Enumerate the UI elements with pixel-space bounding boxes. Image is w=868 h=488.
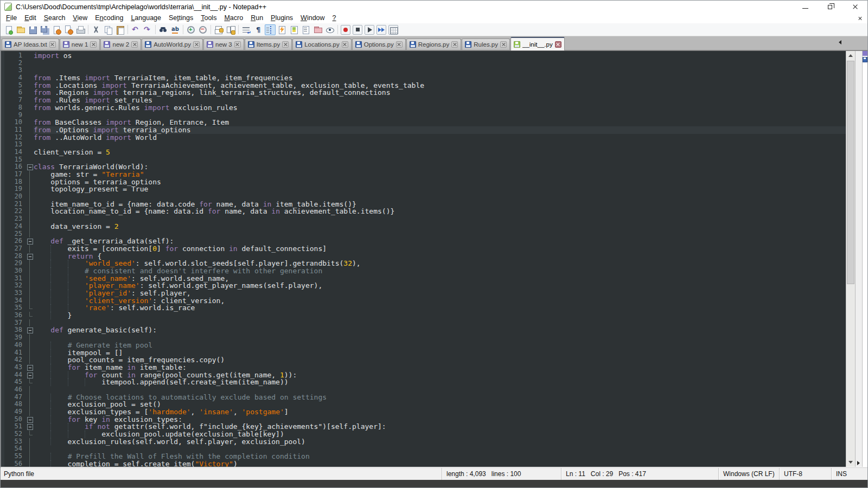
fold-marker-icon[interactable] xyxy=(26,371,34,379)
show-all-chars-icon[interactable] xyxy=(253,24,264,35)
indent-guide-line xyxy=(50,356,51,364)
record-icon[interactable] xyxy=(341,25,350,35)
tab-init-py[interactable]: __init__.py xyxy=(510,37,565,50)
tab-close-icon[interactable] xyxy=(90,41,97,48)
menu-item-language[interactable]: Language xyxy=(127,14,165,23)
menu-item-file[interactable]: File xyxy=(2,14,21,23)
fold-marker-icon[interactable] xyxy=(26,163,34,171)
stop-icon[interactable] xyxy=(353,25,362,35)
tab-close-icon[interactable] xyxy=(131,41,138,48)
save-icon[interactable] xyxy=(27,24,38,35)
print-icon[interactable] xyxy=(75,24,86,35)
close-all-icon[interactable] xyxy=(63,24,74,35)
save-all-icon[interactable] xyxy=(39,24,50,35)
menu-item-edit[interactable]: Edit xyxy=(21,14,40,23)
menu-item-plugins[interactable]: Plugins xyxy=(267,14,297,23)
replace-icon[interactable] xyxy=(170,24,181,35)
code-text: 'player_id': self.player, xyxy=(34,290,846,297)
monitoring-icon[interactable] xyxy=(324,24,335,35)
play-icon[interactable] xyxy=(365,25,374,35)
indent-guide-icon[interactable] xyxy=(265,24,276,35)
menu-item-encoding[interactable]: Encoding xyxy=(91,14,127,23)
fold-marker-icon[interactable] xyxy=(26,237,34,245)
save-macro-icon[interactable] xyxy=(388,25,398,35)
fold-marker-icon[interactable] xyxy=(26,364,34,371)
menu-item-tools[interactable]: Tools xyxy=(197,14,220,23)
tab-close-icon[interactable] xyxy=(555,41,561,48)
tab-locations-py[interactable]: Locations.py xyxy=(292,38,352,50)
paste-icon[interactable] xyxy=(114,24,125,35)
fold-marker-icon[interactable] xyxy=(26,423,34,431)
tab-scroll-left-icon[interactable] xyxy=(839,40,841,44)
scroll-up-icon[interactable] xyxy=(846,51,855,60)
tab-close-icon[interactable] xyxy=(282,41,289,48)
vertical-scrollbar[interactable] xyxy=(846,51,855,467)
menu-item-macro[interactable]: Macro xyxy=(220,14,247,23)
code-text: from .Rules import set_rules xyxy=(34,97,846,104)
menu-item-run[interactable]: Run xyxy=(247,14,267,23)
close-button[interactable] xyxy=(843,1,867,13)
menu-close-document-button[interactable] xyxy=(858,16,862,21)
find-icon[interactable] xyxy=(158,24,169,35)
sync-h-icon[interactable] xyxy=(225,24,236,35)
code-text: exclusion_types = ['hardmode', 'insane',… xyxy=(34,408,846,416)
tab-close-icon[interactable] xyxy=(451,41,458,48)
indent-guide-line xyxy=(68,275,68,282)
code-line-24: 24 data_version = 2 xyxy=(4,223,846,230)
tab-autoworld-py[interactable]: AutoWorld.py xyxy=(142,38,203,50)
tab-rules-py[interactable]: Rules.py xyxy=(462,38,510,50)
doc-list-icon[interactable] xyxy=(301,24,311,35)
code-text: for count in range(pool_counts.get(item_… xyxy=(34,371,846,379)
code-text xyxy=(34,230,846,238)
indent-guide-line xyxy=(68,260,68,267)
menu-item-settings[interactable]: Settings xyxy=(165,14,197,23)
minimize-button[interactable] xyxy=(793,1,818,13)
open-folder-icon[interactable] xyxy=(15,24,26,35)
menu-item-search[interactable]: Search xyxy=(40,14,69,23)
splitter-arrow-icon[interactable] xyxy=(857,461,860,465)
undo-icon[interactable] xyxy=(130,24,141,35)
redo-icon[interactable] xyxy=(142,24,153,35)
fold-marker-icon[interactable] xyxy=(26,326,34,334)
toolbar-separator xyxy=(337,25,338,34)
tab-close-icon[interactable] xyxy=(396,41,403,48)
scroll-down-icon[interactable] xyxy=(846,458,855,467)
menu-item-window[interactable]: Window xyxy=(297,14,328,23)
restore-button[interactable] xyxy=(818,1,843,13)
copy-icon[interactable] xyxy=(103,24,113,35)
zoom-in-icon[interactable] xyxy=(186,24,196,35)
tab-close-icon[interactable] xyxy=(193,41,200,48)
menu-item-view[interactable]: View xyxy=(69,14,91,23)
run-multi-icon[interactable] xyxy=(376,25,386,35)
scrollbar-thumb[interactable] xyxy=(847,61,854,284)
cut-icon[interactable] xyxy=(91,24,101,35)
new-file-icon[interactable] xyxy=(3,24,14,35)
menu-item-item[interactable]: ? xyxy=(329,14,340,23)
tab-items-py[interactable]: Items.py xyxy=(245,38,292,50)
tab-new-3[interactable]: new 3 xyxy=(203,38,244,50)
docked-panel-edge[interactable] xyxy=(862,51,867,467)
doc-map-icon[interactable] xyxy=(289,24,299,35)
tab-label: Items.py xyxy=(257,41,280,48)
fold-marker-icon[interactable] xyxy=(26,416,34,423)
tab-ap-ideas-txt[interactable]: AP Ideas.txt xyxy=(2,38,59,50)
panel-splitter-grip[interactable] xyxy=(855,51,862,467)
tab-close-icon[interactable] xyxy=(234,41,241,48)
zoom-out-icon[interactable] xyxy=(197,24,208,35)
sync-v-icon[interactable] xyxy=(213,24,224,35)
folder-workspace-icon[interactable] xyxy=(312,24,323,35)
tab-new-1[interactable]: new 1 xyxy=(60,38,100,50)
tab-new-2[interactable]: new 2 xyxy=(100,38,141,50)
line-number: 25 xyxy=(4,230,26,238)
fold-marker-icon[interactable] xyxy=(26,253,34,260)
indent-guide-line xyxy=(68,423,68,431)
tab-options-py[interactable]: Options.py xyxy=(352,38,406,50)
tab-close-icon[interactable] xyxy=(342,41,348,48)
tab-regions-py[interactable]: Regions.py xyxy=(406,38,462,50)
close-doc-icon[interactable] xyxy=(51,24,62,35)
code-editor[interactable]: 1import os234from .Items import Terraria… xyxy=(1,51,846,467)
tab-close-icon[interactable] xyxy=(500,41,507,48)
function-list-icon[interactable] xyxy=(277,24,288,35)
tab-close-icon[interactable] xyxy=(49,41,56,48)
word-wrap-icon[interactable] xyxy=(241,24,252,35)
